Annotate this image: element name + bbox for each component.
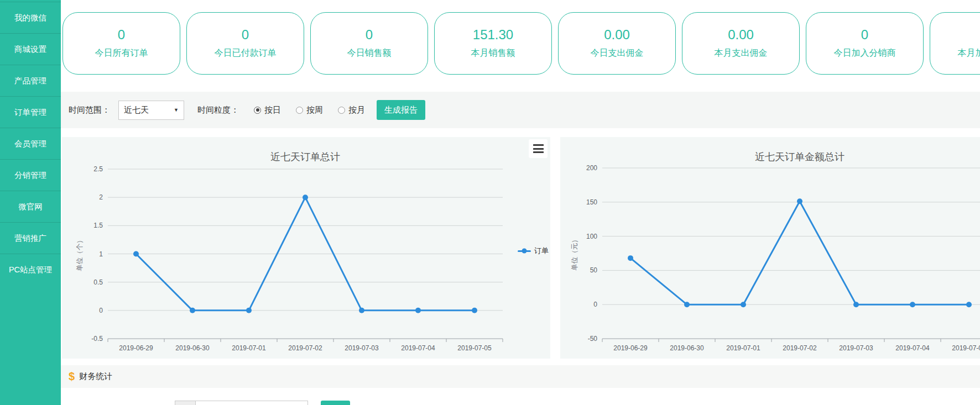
svg-text:2: 2 [99,193,103,201]
stat-card-month-commission: 0.00 本月支出佣金 [682,12,800,75]
stat-card-today-sales: 0 今日销售额 [310,12,428,75]
stat-cards-row: 0 今日所有订单 0 今日已付款订单 0 今日销售额 151.30 本月销售额 … [62,12,980,75]
svg-text:-0.5: -0.5 [91,335,103,343]
generate-report-button[interactable]: 生成报告 [377,100,425,120]
svg-text:2019-07-02: 2019-07-02 [783,344,817,352]
radio-by-week[interactable]: 按周 [296,105,323,115]
legend-label: 订单 [534,246,549,256]
svg-text:单位（个）: 单位（个） [76,236,84,271]
svg-text:1.5: 1.5 [93,222,103,229]
finance-search-input[interactable] [195,401,308,405]
stat-card-month-distributors: 0 本月加入分销商 [930,12,980,75]
sidebar-item-orders[interactable]: 订单管理 [0,96,61,128]
stat-card-today-commission: 0.00 今日支出佣金 [558,12,676,75]
svg-text:2019-07-02: 2019-07-02 [288,344,322,352]
filter-bar: 时间范围： 近七天 ▼ 时间粒度： 按日 按周 按月 生成报告 [61,92,980,128]
stat-label: 今日已付款订单 [215,48,277,59]
svg-text:0: 0 [593,301,597,308]
stat-card-today-paid-orders: 0 今日已付款订单 [186,12,304,75]
svg-text:0: 0 [99,307,103,314]
time-range-value: 近七天 [124,105,149,115]
time-range-label: 时间范围： [69,105,110,115]
svg-text:2019-07-03: 2019-07-03 [345,344,379,352]
radio-dot-icon [254,107,261,114]
stat-label: 本月支出佣金 [715,48,768,59]
stat-value: 0 [242,28,249,42]
granularity-label: 时间粒度： [197,105,239,115]
svg-text:2019-06-30: 2019-06-30 [670,344,704,352]
svg-text:2019-06-29: 2019-06-29 [613,344,648,352]
radio-label: 按日 [264,105,281,115]
radio-by-day[interactable]: 按日 [254,105,281,115]
svg-text:2019-07-05: 2019-07-05 [457,344,492,352]
svg-text:2019-07-01: 2019-07-01 [726,344,760,352]
chart-legend-orders[interactable]: 订单 [518,246,549,256]
svg-text:0.5: 0.5 [93,278,103,286]
sidebar-item-distribution[interactable]: 分销管理 [0,159,61,191]
sidebar-item-pc-site[interactable]: PC站点管理 [0,254,61,285]
radio-dot-icon [338,107,345,114]
svg-text:100: 100 [586,233,597,240]
radio-dot-icon [296,107,303,114]
stat-value: 0 [861,28,868,42]
finance-section-title: 财务统计 [79,371,112,382]
svg-text:近七天订单总计: 近七天订单总计 [270,151,340,162]
svg-text:2019-07-03: 2019-07-03 [839,344,873,352]
svg-text:2.5: 2.5 [93,165,103,173]
svg-text:近七天订单金额总计: 近七天订单金额总计 [755,151,845,162]
svg-text:2019-07-04: 2019-07-04 [895,344,930,352]
svg-text:150: 150 [586,198,597,206]
stat-value: 0.00 [728,28,754,42]
svg-text:2019-07-04: 2019-07-04 [401,344,435,352]
dollar-icon: $ [69,370,75,383]
dashboard-screen: 我的微信 商城设置 产品管理 订单管理 会员管理 分销管理 微官网 营销推广 P… [0,0,980,405]
time-range-select[interactable]: 近七天 ▼ [118,101,184,120]
svg-text:2019-07-05: 2019-07-05 [952,344,980,352]
order-amount-line-chart: 200150100500-502019-06-292019-06-302019-… [560,137,980,359]
orders-chart-panel: 2.521.510.50-0.52019-06-292019-06-302019… [62,137,550,359]
svg-text:2019-06-30: 2019-06-30 [175,344,210,352]
order-amount-chart-panel: 200150100500-502019-06-292019-06-302019-… [560,137,980,359]
stat-label: 本月销售额 [471,48,515,59]
stat-label: 本月加入分销商 [958,48,980,59]
radio-by-month[interactable]: 按月 [338,105,365,115]
stat-card-month-sales: 151.30 本月销售额 [434,12,552,75]
stat-label: 今日所有订单 [95,48,148,59]
stat-card-today-orders: 0 今日所有订单 [62,12,180,75]
svg-text:1: 1 [99,250,103,258]
svg-text:2019-06-29: 2019-06-29 [119,344,153,352]
finance-input-addon [175,401,196,405]
stat-value: 0 [366,28,373,42]
sidebar-item-products[interactable]: 产品管理 [0,65,61,96]
radio-label: 按月 [348,105,365,115]
sidebar-item-marketing[interactable]: 营销推广 [0,222,61,254]
legend-line-dot-icon [518,250,531,252]
sidebar-item-shop-settings[interactable]: 商城设置 [0,33,61,65]
chart-menu-button[interactable] [529,139,548,158]
svg-text:-50: -50 [588,335,598,343]
finance-section-header: $ 财务统计 [61,365,980,388]
svg-text:2019-07-01: 2019-07-01 [232,344,266,352]
svg-text:200: 200 [586,164,597,172]
stat-value: 151.30 [473,28,513,42]
sidebar-item-members[interactable]: 会员管理 [0,128,61,159]
stat-label: 今日加入分销商 [834,48,896,59]
sidebar-item-micro-site[interactable]: 微官网 [0,191,61,222]
sidebar: 我的微信 商城设置 产品管理 订单管理 会员管理 分销管理 微官网 营销推广 P… [0,0,61,405]
chevron-down-icon: ▼ [174,107,179,113]
stat-label: 今日销售额 [347,48,392,59]
svg-text:50: 50 [590,266,598,274]
hamburger-icon [533,144,544,146]
stat-value: 0.00 [604,28,630,42]
svg-text:单位（元）: 单位（元） [571,236,578,271]
stat-card-today-distributors: 0 今日加入分销商 [806,12,924,75]
orders-line-chart: 2.521.510.50-0.52019-06-292019-06-302019… [62,137,550,359]
sidebar-item-my-wechat[interactable]: 我的微信 [0,2,61,33]
radio-label: 按周 [306,105,323,115]
finance-submit-button[interactable] [321,401,350,405]
stat-value: 0 [118,28,125,42]
stat-label: 今日支出佣金 [591,48,644,59]
